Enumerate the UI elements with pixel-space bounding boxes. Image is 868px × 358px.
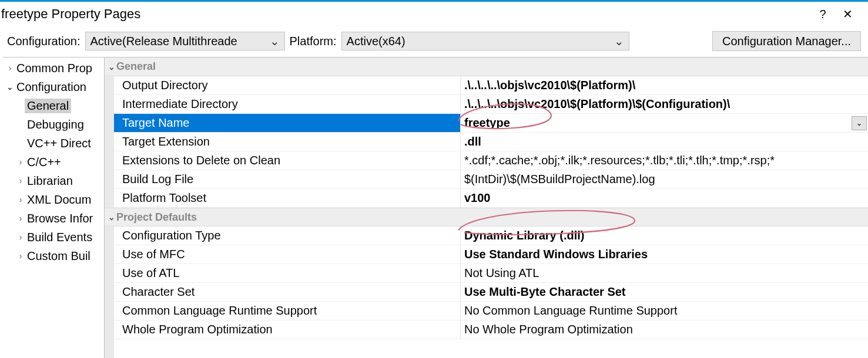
property-value[interactable]: No Whole Program Optimization bbox=[461, 320, 868, 339]
chevron-right-icon: › bbox=[16, 214, 25, 223]
property-grid: ⌄GeneralOutput Directory.\..\..\..\objs\… bbox=[105, 58, 868, 358]
tree-item-label: Common Prop bbox=[14, 61, 95, 76]
tree-item[interactable]: ⌄Configuration bbox=[2, 77, 104, 96]
tree-item[interactable]: Debugging bbox=[2, 115, 104, 134]
property-row[interactable]: Common Language Runtime SupportNo Common… bbox=[114, 302, 868, 320]
close-button[interactable]: ✕ bbox=[835, 5, 860, 23]
property-name: Extensions to Delete on Clean bbox=[114, 151, 461, 170]
dialog-body: ›Common Prop⌄ConfigurationGeneralDebuggi… bbox=[2, 57, 868, 358]
property-row[interactable]: Use of MFCUse Standard Windows Libraries bbox=[114, 245, 868, 264]
property-value[interactable]: Use Standard Windows Libraries bbox=[461, 245, 868, 264]
tree-item-label: Custom Buil bbox=[25, 249, 93, 264]
property-group-label: General bbox=[116, 60, 156, 73]
property-row[interactable]: Output Directory.\..\..\..\objs\vc2010\$… bbox=[114, 76, 868, 95]
property-pages-window: freetype Property Pages ? ✕ Configuratio… bbox=[0, 0, 868, 358]
tree-item[interactable]: ›C/C++ bbox=[2, 153, 104, 171]
property-name: Use of ATL bbox=[114, 264, 461, 282]
platform-value: Active(x64) bbox=[347, 35, 405, 48]
tree-item-label: Debugging bbox=[25, 117, 86, 132]
chevron-down-icon: ⌄ bbox=[107, 212, 116, 222]
property-value[interactable]: Not Using ATL bbox=[461, 264, 868, 282]
chevron-down-icon: ⌄ bbox=[270, 34, 280, 48]
tree-item-label: Librarian bbox=[25, 174, 75, 188]
chevron-right-icon: › bbox=[16, 176, 25, 185]
property-name: Common Language Runtime Support bbox=[114, 302, 461, 320]
property-row[interactable]: Build Log File$(IntDir)\$(MSBuildProject… bbox=[114, 170, 868, 189]
property-name: Intermediate Directory bbox=[114, 95, 461, 113]
question-icon: ? bbox=[819, 8, 826, 21]
chevron-right-icon: › bbox=[16, 232, 25, 242]
category-tree[interactable]: ›Common Prop⌄ConfigurationGeneralDebuggi… bbox=[2, 58, 105, 358]
chevron-down-icon: ⌄ bbox=[856, 119, 862, 127]
configuration-manager-button[interactable]: Configuration Manager... bbox=[712, 31, 861, 51]
property-value[interactable]: *.cdf;*.cache;*.obj;*.ilk;*.resources;*.… bbox=[461, 151, 868, 170]
tree-item-label: Browse Infor bbox=[25, 211, 95, 226]
chevron-down-icon: ⌄ bbox=[107, 62, 116, 72]
chevron-right-icon: › bbox=[6, 63, 14, 73]
property-row[interactable]: Target Extension.dll bbox=[114, 133, 868, 151]
tree-item-label: VC++ Direct bbox=[25, 136, 93, 151]
tree-item[interactable]: ›Build Events bbox=[2, 228, 104, 246]
property-name: Configuration Type bbox=[114, 227, 461, 245]
property-name: Output Directory bbox=[114, 76, 461, 94]
property-value[interactable]: freetype⌄ bbox=[461, 114, 868, 132]
configuration-toolbar: Configuration: Active(Release Multithrea… bbox=[0, 26, 868, 57]
property-group-header[interactable]: ⌄General bbox=[105, 58, 868, 76]
configuration-label: Configuration: bbox=[7, 35, 81, 48]
tree-item-label: General bbox=[25, 99, 71, 113]
property-value[interactable]: Use Multi-Byte Character Set bbox=[461, 283, 868, 301]
tree-item-label: C/C++ bbox=[25, 155, 63, 170]
configuration-value: Active(Release Multithreade bbox=[91, 35, 237, 48]
property-group-label: Project Defaults bbox=[116, 211, 197, 224]
tree-item[interactable]: ›Librarian bbox=[2, 171, 104, 190]
tree-item-label: Configuration bbox=[14, 80, 89, 94]
help-button[interactable]: ? bbox=[810, 5, 835, 23]
tree-item-label: XML Docum bbox=[25, 192, 93, 207]
property-row[interactable]: Platform Toolsetv100 bbox=[114, 189, 868, 208]
property-name: Character Set bbox=[114, 283, 461, 301]
property-name: Target Name bbox=[114, 114, 461, 132]
property-value[interactable]: .\..\..\..\objs\vc2010\$(Platform)\$(Con… bbox=[461, 95, 868, 113]
property-name: Platform Toolset bbox=[114, 189, 461, 207]
chevron-right-icon: › bbox=[16, 157, 25, 167]
property-value[interactable]: v100 bbox=[461, 189, 868, 207]
property-row[interactable]: Whole Program OptimizationNo Whole Progr… bbox=[114, 320, 868, 339]
property-value[interactable]: No Common Language Runtime Support bbox=[461, 302, 868, 320]
property-row[interactable]: Target Namefreetype⌄ bbox=[114, 114, 868, 133]
close-icon: ✕ bbox=[843, 7, 853, 21]
tree-item[interactable]: General bbox=[2, 96, 104, 115]
property-row[interactable]: Intermediate Directory.\..\..\..\objs\vc… bbox=[114, 95, 868, 114]
configuration-dropdown[interactable]: Active(Release Multithreade ⌄ bbox=[85, 32, 285, 50]
chevron-right-icon: › bbox=[16, 195, 25, 204]
tree-item[interactable]: ›Common Prop bbox=[2, 59, 104, 77]
property-value[interactable]: .dll bbox=[461, 133, 868, 151]
platform-dropdown[interactable]: Active(x64) ⌄ bbox=[341, 32, 629, 50]
platform-label: Platform: bbox=[290, 35, 337, 48]
chevron-down-icon: ⌄ bbox=[614, 34, 624, 48]
property-name: Use of MFC bbox=[114, 245, 461, 264]
tree-item-label: Build Events bbox=[25, 230, 95, 245]
property-row[interactable]: Character SetUse Multi-Byte Character Se… bbox=[114, 283, 868, 302]
property-group-header[interactable]: ⌄Project Defaults bbox=[105, 208, 868, 227]
tree-item[interactable]: ›Browse Infor bbox=[2, 209, 104, 228]
property-value[interactable]: Dynamic Library (.dll) bbox=[461, 227, 868, 245]
property-row[interactable]: Extensions to Delete on Clean*.cdf;*.cac… bbox=[114, 151, 868, 170]
property-name: Whole Program Optimization bbox=[114, 320, 461, 339]
property-value-dropdown-button[interactable]: ⌄ bbox=[852, 116, 867, 130]
property-name: Build Log File bbox=[114, 170, 461, 188]
property-name: Target Extension bbox=[114, 133, 461, 151]
property-row[interactable]: Use of ATLNot Using ATL bbox=[114, 264, 868, 283]
tree-item[interactable]: ›Custom Buil bbox=[2, 246, 104, 265]
window-title: freetype Property Pages bbox=[1, 6, 810, 22]
tree-item[interactable]: VC++ Direct bbox=[2, 134, 104, 153]
property-value[interactable]: $(IntDir)\$(MSBuildProjectName).log bbox=[461, 170, 868, 188]
property-value[interactable]: .\..\..\..\objs\vc2010\$(Platform)\ bbox=[461, 76, 868, 94]
titlebar: freetype Property Pages ? ✕ bbox=[0, 2, 868, 26]
property-row[interactable]: Configuration TypeDynamic Library (.dll) bbox=[114, 227, 868, 245]
tree-item[interactable]: ›XML Docum bbox=[2, 190, 104, 209]
chevron-down-icon: ⌄ bbox=[6, 82, 14, 92]
chevron-right-icon: › bbox=[16, 251, 25, 261]
